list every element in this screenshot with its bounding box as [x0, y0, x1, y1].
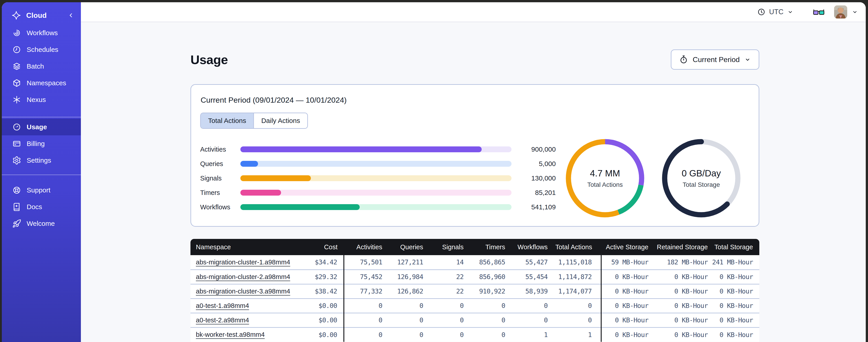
- table-cell: 1: [510, 327, 553, 342]
- table-cell: 1,174,077: [553, 284, 601, 299]
- sidebar-divider: [2, 175, 81, 175]
- sidebar-item-label: Docs: [27, 203, 42, 211]
- brand-label: Cloud: [26, 11, 47, 20]
- actions-tab-group: Total ActionsDaily Actions: [200, 112, 308, 129]
- sidebar-item-usage[interactable]: Usage: [2, 119, 81, 135]
- table-row: a0-test-2.a98mm4$0.000000000 KB-Hour0 KB…: [190, 313, 759, 327]
- table-cell: 126,984: [388, 270, 429, 284]
- period-selector-button[interactable]: Current Period: [671, 49, 759, 70]
- sidebar-item-nexus[interactable]: Nexus: [2, 91, 81, 108]
- period-button-label: Current Period: [693, 56, 740, 64]
- table-cell: 0: [510, 299, 553, 313]
- column-header: Timers: [469, 239, 510, 255]
- bar-value: 541,109: [512, 203, 557, 211]
- namespace-link[interactable]: a0-test-1.a98mm4: [196, 302, 249, 309]
- bar-value: 130,000: [512, 174, 557, 182]
- table-cell: $0.00: [283, 327, 344, 342]
- sidebar-item-workflows[interactable]: Workflows: [2, 25, 81, 41]
- app-window: Cloud WorkflowsSchedulesBatchNamespacesN…: [2, 2, 866, 342]
- sidebar-item-label: Batch: [27, 63, 44, 70]
- namespace-link[interactable]: abs-migration-cluster-2.a98mm4: [196, 273, 290, 280]
- table-cell: 0 KB-Hour: [650, 284, 710, 299]
- usage-icon: [12, 123, 21, 132]
- namespace-cell: abs-migration-cluster-1.a98mm4: [190, 255, 283, 270]
- table-cell: 0 KB-Hour: [650, 313, 710, 327]
- table-cell: 0 KB-Hour: [650, 299, 710, 313]
- sidebar-item-settings[interactable]: Settings: [2, 152, 81, 169]
- usage-bar-row: Queries5,000: [200, 161, 557, 167]
- billing-icon: [12, 139, 21, 148]
- table-cell: 0 KB-Hour: [601, 313, 650, 327]
- column-header: Queries: [388, 239, 429, 255]
- namespace-link[interactable]: a0-test-2.a98mm4: [196, 316, 249, 324]
- sidebar-item-label: Namespaces: [27, 79, 66, 87]
- table-cell: 0: [429, 327, 469, 342]
- sidebar-item-docs[interactable]: Docs: [2, 199, 81, 215]
- account-menu-chevron[interactable]: [852, 9, 858, 15]
- tab-total-actions[interactable]: Total Actions: [201, 113, 253, 128]
- sidebar-item-billing[interactable]: Billing: [2, 135, 81, 152]
- signals-bar-track: [240, 175, 512, 181]
- glasses-icon[interactable]: [813, 8, 825, 16]
- sidebar-item-schedules[interactable]: Schedules: [2, 41, 81, 58]
- sidebar-nav-main: WorkflowsSchedulesBatchNamespacesNexus: [2, 25, 81, 108]
- timers-bar-track: [240, 190, 512, 196]
- usage-summary-card: Current Period (09/01/2024 — 10/01/2024)…: [190, 84, 759, 227]
- donut-chart: 4.7 MMTotal Actions: [563, 136, 647, 220]
- namespace-cell: bk-worker-test.a98mm4: [190, 327, 283, 342]
- table-cell: 126,862: [388, 284, 429, 299]
- namespace-link[interactable]: abs-migration-cluster-1.a98mm4: [196, 259, 290, 266]
- donut-center-value: 4.7 MM: [590, 168, 620, 178]
- bar-value: 5,000: [512, 160, 557, 168]
- sidebar-item-batch[interactable]: Batch: [2, 58, 81, 75]
- table-row: bk-worker-test.a98mm4$0.000000110 KB-Hou…: [190, 327, 759, 342]
- table-cell: 127,211: [388, 255, 429, 270]
- column-header: Retained Storage: [650, 239, 710, 255]
- namespace-link[interactable]: abs-migration-cluster-3.a98mm4: [196, 287, 290, 295]
- docs-icon: [12, 202, 21, 211]
- table-cell: 0 KB-Hour: [650, 270, 710, 284]
- table-cell: 0 KB-Hour: [710, 327, 759, 342]
- sidebar-item-label: Billing: [27, 140, 45, 147]
- column-header: Workflows: [510, 239, 553, 255]
- donut-center-label: Total Actions: [587, 181, 623, 189]
- table-cell: 0: [388, 327, 429, 342]
- nexus-icon: [12, 95, 21, 104]
- table-cell: 14: [429, 255, 469, 270]
- temporal-logo-icon: [11, 10, 21, 20]
- sidebar-nav-help: SupportDocsWelcome: [2, 182, 81, 232]
- sidebar-item-welcome[interactable]: Welcome: [2, 215, 81, 232]
- sidebar-item-namespaces[interactable]: Namespaces: [2, 75, 81, 91]
- table-cell: $0.00: [283, 313, 344, 327]
- table-cell: 0: [469, 313, 510, 327]
- bar-label: Signals: [200, 175, 240, 182]
- table-cell: 182 MB-Hour: [650, 255, 710, 270]
- donut-chart: 0 GB/DayTotal Storage: [659, 136, 743, 220]
- bar-value: 900,000: [512, 145, 557, 153]
- sidebar-item-label: Workflows: [27, 29, 58, 37]
- stopwatch-icon: [679, 55, 688, 64]
- workflows-bar-track: [240, 204, 512, 210]
- welcome-icon: [12, 219, 21, 228]
- table-cell: $0.00: [283, 299, 344, 313]
- workflows-bar-fill: [240, 204, 360, 210]
- sidebar-divider: [2, 117, 81, 117]
- table-cell: 0: [388, 299, 429, 313]
- table-cell: 22: [429, 270, 469, 284]
- sidebar-collapse-button[interactable]: [67, 12, 74, 19]
- timezone-selector[interactable]: UTC: [757, 8, 794, 16]
- table-cell: 910,922: [469, 284, 510, 299]
- table-cell: 1,115,018: [553, 255, 601, 270]
- table-cell: 0 KB-Hour: [710, 270, 759, 284]
- sidebar-item-support[interactable]: Support: [2, 182, 81, 199]
- column-header: Cost: [283, 239, 344, 255]
- table-cell: 59 MB-Hour: [601, 255, 650, 270]
- avatar[interactable]: [834, 5, 847, 19]
- clock-icon: [757, 8, 766, 16]
- table-cell: 0 KB-Hour: [601, 327, 650, 342]
- tab-daily-actions[interactable]: Daily Actions: [253, 113, 307, 128]
- brand: Cloud: [2, 2, 81, 20]
- namespace-cell: a0-test-1.a98mm4: [190, 299, 283, 313]
- namespace-link[interactable]: bk-worker-test.a98mm4: [196, 331, 265, 338]
- table-cell: 0 KB-Hour: [650, 327, 710, 342]
